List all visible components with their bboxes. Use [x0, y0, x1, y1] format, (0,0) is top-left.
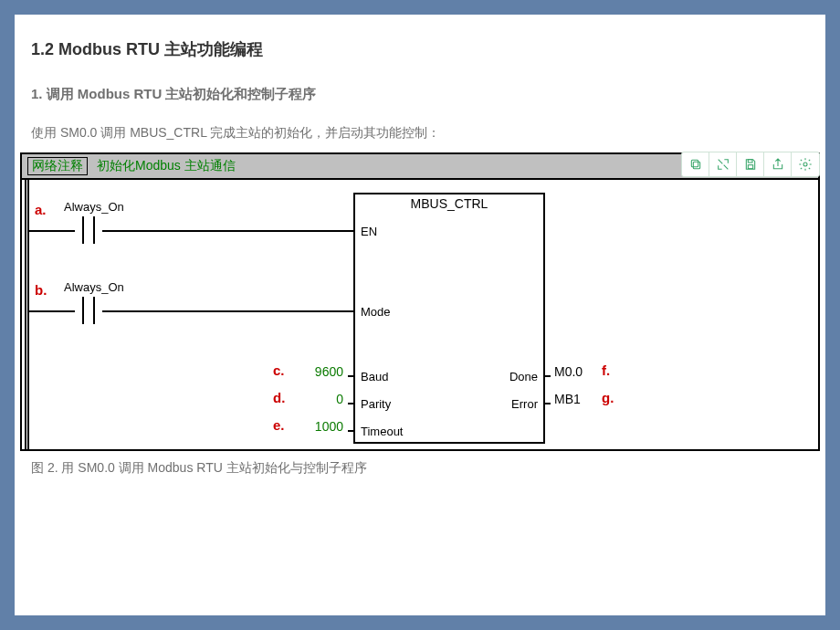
- pin-parity: Parity: [361, 397, 391, 411]
- network-comment-label: 网络注释: [27, 157, 88, 175]
- marker-a: a.: [35, 202, 47, 217]
- svg-rect-3: [748, 165, 752, 169]
- pin-mode: Mode: [361, 305, 391, 319]
- val-parity: 0: [296, 392, 343, 406]
- power-rail: [22, 180, 29, 449]
- page: 1.2 Modbus RTU 主站功能编程 1. 调用 Modbus RTU 主…: [15, 15, 825, 615]
- block-title: MBUS_CTRL: [355, 194, 543, 215]
- pin-done: Done: [509, 370, 538, 383]
- mbus-ctrl-block: MBUS_CTRL EN Mode Baud Parity Timeout Do…: [353, 193, 545, 444]
- wire: [29, 310, 75, 312]
- wire: [121, 310, 353, 312]
- val-error: MB1: [554, 392, 581, 406]
- pin-baud: Baud: [361, 370, 388, 383]
- copy-icon[interactable]: [682, 152, 709, 176]
- contact-b-label: Always_On: [64, 280, 124, 294]
- svg-rect-1: [691, 160, 698, 166]
- gear-icon[interactable]: [792, 152, 819, 176]
- contact-a-label: Always_On: [64, 200, 124, 214]
- contact-a: [75, 216, 102, 244]
- contact-b: [75, 297, 102, 324]
- intro-text: 使用 SM0.0 调用 MBUS_CTRL 完成主站的初始化，并启动其功能控制：: [31, 125, 825, 142]
- content: 1.2 Modbus RTU 主站功能编程 1. 调用 Modbus RTU 主…: [15, 15, 825, 477]
- step-title: 1. 调用 Modbus RTU 主站初始化和控制子程序: [31, 86, 825, 103]
- tick: [545, 403, 551, 404]
- marker-f: f.: [602, 362, 610, 378]
- svg-rect-0: [693, 162, 699, 168]
- val-done: M0.0: [554, 364, 583, 379]
- wire: [29, 230, 75, 232]
- pin-error: Error: [511, 397, 538, 411]
- tick: [348, 430, 353, 432]
- marker-g: g.: [602, 390, 614, 405]
- diagram-canvas: a. Always_On b. Always_On: [22, 180, 818, 449]
- ladder-diagram: 网络注释初始化Modbus 主站通信 a. Always_On b. Alway…: [20, 152, 820, 451]
- tick: [545, 375, 551, 377]
- val-baud: 9600: [296, 364, 343, 379]
- wire: [102, 230, 121, 232]
- save-icon[interactable]: [737, 152, 764, 176]
- section-title: 1.2 Modbus RTU 主站功能编程: [31, 38, 825, 60]
- marker-d: d.: [273, 390, 285, 405]
- marker-e: e.: [273, 417, 285, 433]
- val-timeout: 1000: [296, 419, 343, 434]
- network-comment-text: 初始化Modbus 主站通信: [97, 158, 236, 173]
- expand-icon[interactable]: [709, 152, 737, 176]
- marker-b: b.: [35, 282, 47, 298]
- wire: [102, 310, 121, 312]
- svg-rect-2: [748, 160, 752, 163]
- tick: [348, 403, 353, 404]
- figure-caption: 图 2. 用 SM0.0 调用 Modbus RTU 主站初始化与控制子程序: [31, 460, 825, 477]
- pin-timeout: Timeout: [361, 425, 403, 438]
- share-icon[interactable]: [764, 152, 792, 176]
- wire: [121, 230, 353, 232]
- diagram-toolbar: [681, 152, 820, 177]
- svg-point-4: [803, 163, 807, 166]
- tick: [348, 375, 353, 377]
- pin-en: EN: [361, 225, 377, 238]
- marker-c: c.: [273, 362, 285, 378]
